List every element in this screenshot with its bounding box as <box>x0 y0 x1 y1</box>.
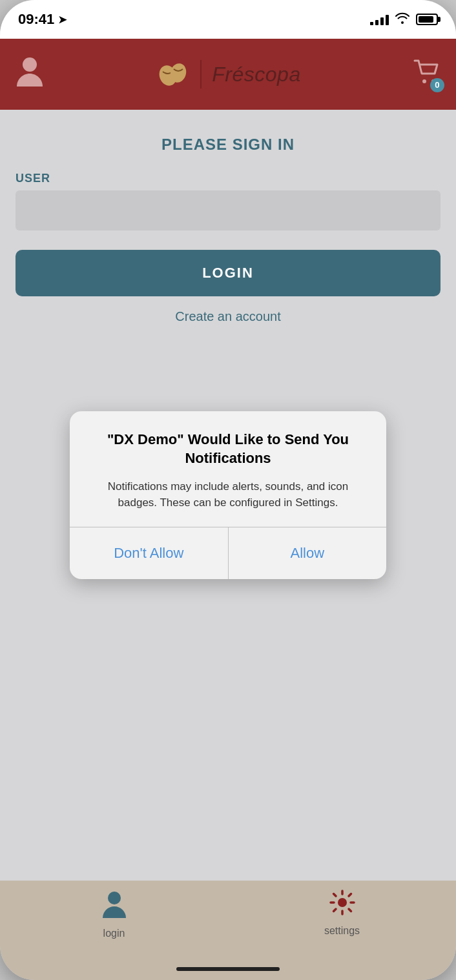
home-bar <box>176 967 280 971</box>
home-indicator <box>0 958 456 980</box>
allow-button[interactable]: Allow <box>229 527 387 579</box>
status-bar: 09:41 ➤ <box>0 0 456 39</box>
header-logo: Fréscopa <box>156 60 300 88</box>
logo-coffee-icon <box>156 61 190 87</box>
app-header: Fréscopa 0 <box>0 39 456 110</box>
tab-settings[interactable]: settings <box>228 890 456 937</box>
status-icons <box>370 12 438 27</box>
time-display: 09:41 <box>18 11 54 28</box>
battery-icon <box>416 14 438 25</box>
header-user-icon[interactable] <box>16 56 44 93</box>
logo-divider <box>200 60 202 88</box>
dont-allow-button[interactable]: Don't Allow <box>70 527 229 579</box>
tab-login-icon <box>101 890 127 924</box>
status-time: 09:41 ➤ <box>18 11 67 28</box>
tab-login-label: login <box>103 928 125 939</box>
dialog-body: "DX Demo" Would Like to Send You Notific… <box>70 411 386 526</box>
location-icon: ➤ <box>58 14 67 26</box>
dialog-title: "DX Demo" Would Like to Send You Notific… <box>89 431 367 467</box>
cart-icon[interactable]: 0 <box>413 59 440 90</box>
main-content: PLEASE SIGN IN USER LOGIN Create an acco… <box>0 110 456 881</box>
svg-point-6 <box>338 898 347 907</box>
logo-text: Fréscopa <box>212 63 300 87</box>
notification-dialog: "DX Demo" Would Like to Send You Notific… <box>70 411 386 578</box>
signal-icon <box>370 14 389 25</box>
wifi-icon <box>395 12 409 27</box>
dialog-message: Notifications may include alerts, sounds… <box>89 478 367 511</box>
svg-point-3 <box>422 79 426 83</box>
phone-frame: 09:41 ➤ <box>0 0 456 980</box>
svg-point-0 <box>23 57 37 72</box>
tab-settings-icon <box>329 890 355 921</box>
svg-point-5 <box>108 892 121 904</box>
dialog-buttons: Don't Allow Allow <box>70 527 386 579</box>
tab-settings-label: settings <box>324 925 360 937</box>
cart-badge: 0 <box>430 78 444 92</box>
dialog-overlay: "DX Demo" Would Like to Send You Notific… <box>0 110 456 881</box>
tab-login[interactable]: login <box>0 890 228 939</box>
tab-bar: login settings <box>0 881 456 958</box>
